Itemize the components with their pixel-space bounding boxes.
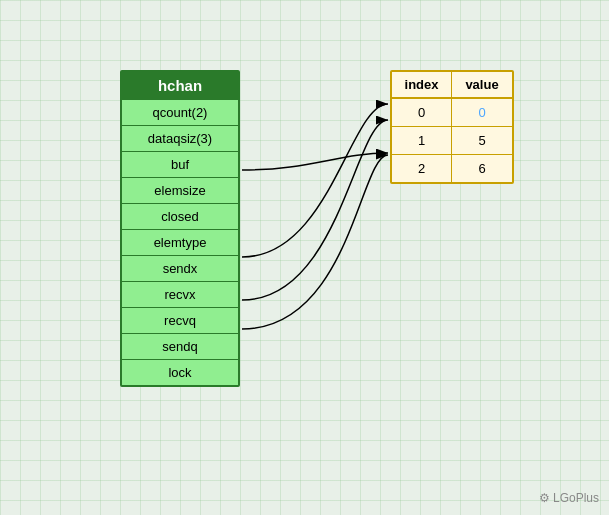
- array-header-index: index: [392, 72, 452, 97]
- hchan-row-recvx: recvx: [122, 281, 238, 307]
- array-row-0: 0 0: [392, 99, 512, 127]
- array-row-2: 2 6: [392, 155, 512, 182]
- arrows-svg: [0, 0, 609, 515]
- hchan-row-recvq: recvq: [122, 307, 238, 333]
- hchan-row-elemtype: elemtype: [122, 229, 238, 255]
- array-row-1: 1 5: [392, 127, 512, 155]
- hchan-struct: hchan qcount(2) dataqsiz(3) buf elemsize…: [120, 70, 240, 387]
- hchan-row-sendq: sendq: [122, 333, 238, 359]
- array-value-2: 6: [452, 155, 512, 182]
- hchan-row-qcount: qcount(2): [122, 99, 238, 125]
- array-value-0: 0: [452, 99, 512, 126]
- array-struct: index value 0 0 1 5 2 6: [390, 70, 514, 184]
- array-index-2: 2: [392, 155, 452, 182]
- array-header-value: value: [452, 72, 512, 97]
- watermark-label: ⚙ LGoPlus: [539, 491, 599, 505]
- hchan-row-buf: buf: [122, 151, 238, 177]
- hchan-row-elemsize: elemsize: [122, 177, 238, 203]
- recvx-arrow: [242, 155, 388, 329]
- hchan-row-sendx: sendx: [122, 255, 238, 281]
- hchan-title: hchan: [122, 72, 238, 99]
- elemtype-arrow: [242, 104, 388, 257]
- sendx-arrow: [242, 120, 388, 300]
- array-header-row: index value: [392, 72, 512, 99]
- array-index-0: 0: [392, 99, 452, 126]
- buf-arrow: [242, 153, 388, 170]
- array-index-1: 1: [392, 127, 452, 154]
- hchan-row-dataqsiz: dataqsiz(3): [122, 125, 238, 151]
- hchan-row-lock: lock: [122, 359, 238, 385]
- array-value-1: 5: [452, 127, 512, 154]
- hchan-row-closed: closed: [122, 203, 238, 229]
